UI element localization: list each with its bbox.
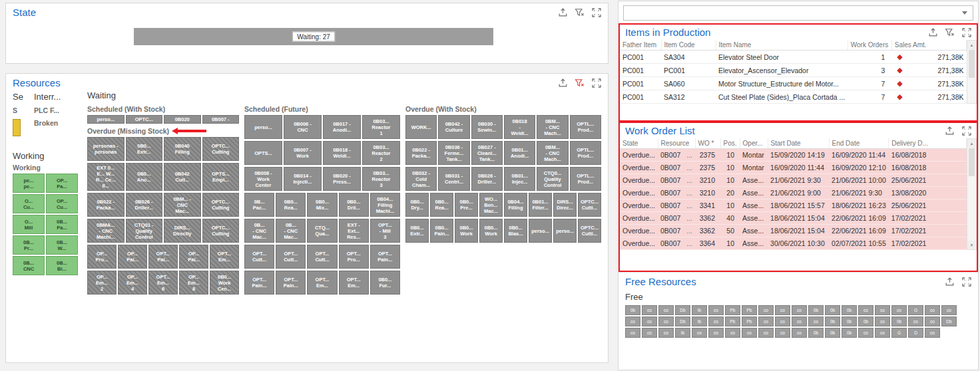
working-resource-tile[interactable]: OP...Cu...	[46, 194, 78, 213]
working-resource-tile[interactable]: 0B...Bl...	[46, 256, 78, 275]
waiting-resource-tile[interactable]: OPT...Em...	[210, 245, 239, 269]
free-resource-tile[interactable]: co	[708, 305, 724, 315]
waiting-resource-tile[interactable]: 0B0...Dry...	[405, 193, 429, 217]
waiting-resource-tile[interactable]: OPT...Pai...	[148, 245, 178, 269]
waiting-resource-tile[interactable]: 0B031 -Centri...	[438, 167, 469, 191]
waiting-resource-tile[interactable]: 0B...Pac...	[244, 193, 274, 217]
free-resource-tile[interactable]: co	[775, 316, 790, 326]
waiting-resource-tile[interactable]: CTQ01 -QualityControl	[126, 219, 163, 243]
waiting-resource-tile[interactable]: OPT...Pain...	[276, 271, 306, 295]
waiting-resource-tile[interactable]: OP...Pai...	[118, 245, 147, 269]
work-order-row[interactable]: Overdue...0B007...336410Asse...30/06/202…	[620, 237, 967, 250]
free-resource-tile[interactable]: co	[858, 305, 873, 315]
items-row[interactable]: PC001SA312Cut Steel Plate (Sides)_Placa …	[620, 90, 967, 104]
column-header-delivery-d[interactable]: Delivery D...	[889, 138, 967, 149]
waiting-resource-tile[interactable]: OPTL...Prod...	[570, 141, 601, 165]
free-resource-tile[interactable]: co	[642, 305, 657, 315]
export-icon[interactable]	[945, 277, 955, 287]
free-resource-tile[interactable]: co	[875, 316, 890, 326]
waiting-resource-tile[interactable]: 0B032 -ColdCham...	[405, 167, 437, 191]
free-resource-tile[interactable]: co	[692, 328, 707, 338]
free-resource-tile[interactable]: co	[625, 328, 640, 338]
waiting-resource-tile[interactable]: 0B0...Fur...	[370, 271, 400, 295]
state-waiting-bar[interactable]: Waiting: 27	[134, 28, 493, 45]
waiting-resource-tile[interactable]: OPT...- Mill3	[370, 219, 400, 243]
free-resource-tile[interactable]: Ib	[692, 305, 707, 315]
waiting-resource-tile[interactable]: personas -personas	[87, 137, 124, 161]
free-resource-tile[interactable]: Pb	[725, 316, 740, 326]
waiting-resource-tile[interactable]: 0B...- CNCMac...	[276, 219, 306, 243]
waiting-resource-tile[interactable]: 0BM...- CNCMach...	[537, 141, 568, 165]
free-resource-tile[interactable]: co	[792, 328, 807, 338]
column-header-oper[interactable]: Oper...	[740, 138, 768, 149]
free-resource-tile[interactable]: co	[758, 316, 774, 326]
free-resource-tile[interactable]: co	[925, 305, 940, 315]
expand-icon[interactable]	[961, 277, 971, 287]
waiting-resource-tile[interactable]: DIRS...Direc...	[553, 193, 577, 217]
free-resource-tile[interactable]: 0b	[858, 316, 873, 326]
work-order-row[interactable]: Overdue...0B007...237510Montar16/09/2020…	[620, 162, 967, 174]
items-row[interactable]: PC001PC001Elevator_Ascensor_Elevador3◆27…	[620, 64, 967, 77]
waiting-resource-tile[interactable]: perso...	[244, 115, 282, 139]
waiting-resource-tile[interactable]: EXT -Ext...Res...	[339, 219, 369, 243]
work-order-row[interactable]: Overdue...0B007...321020Asse...21/06/202…	[620, 187, 967, 199]
items-row[interactable]: PC001SA304Elevator Steel Door1◆271,38K	[620, 51, 967, 64]
waiting-resource-tile[interactable]: EXT 0...E... W...R... Ce...II...	[87, 163, 124, 191]
waiting-resource-tile[interactable]: OPTC...Cutti...	[578, 193, 601, 217]
free-resource-tile[interactable]: Db	[675, 316, 690, 326]
waiting-resource-tile[interactable]: 0B008 -WorkCenter	[244, 167, 282, 191]
free-resource-tile[interactable]: co	[891, 305, 907, 315]
free-resource-tile[interactable]: Db	[675, 305, 690, 315]
waiting-resource-tile[interactable]: OP...Pai...	[179, 245, 208, 269]
expand-icon[interactable]	[961, 126, 971, 136]
waiting-resource-tile[interactable]: CTQ0...QualityControl	[537, 167, 568, 191]
waiting-resource-tile[interactable]: CTQ...Qua...	[307, 219, 337, 243]
export-icon[interactable]	[945, 126, 955, 136]
waiting-resource-tile[interactable]: 0B0...Extr...	[126, 137, 163, 161]
waiting-resource-tile[interactable]: OPTC...Cutting	[202, 219, 240, 243]
waiting-resource-tile[interactable]: 0B...- CNCMac...	[244, 219, 274, 243]
waiting-resource-tile[interactable]: 0B020 -Press...	[323, 167, 361, 191]
expand-icon[interactable]	[591, 78, 601, 88]
clear-filter-icon[interactable]	[575, 78, 585, 88]
waiting-resource-tile[interactable]: 0B03...Reactor2	[362, 141, 400, 165]
working-resource-tile[interactable]: pe...pe...	[13, 174, 45, 193]
waiting-resource-tile[interactable]: 0B020	[164, 115, 201, 124]
filter-dropdown[interactable]	[623, 5, 973, 21]
free-resource-tile[interactable]: co	[742, 328, 757, 338]
waiting-resource-tile[interactable]: WORK...	[405, 115, 437, 139]
free-resource-tile[interactable]: Pb	[725, 305, 740, 315]
items-row[interactable]: PC001SA060Motor Structure_Estructure del…	[620, 77, 967, 90]
waiting-resource-tile[interactable]: OPT...Pain...	[244, 271, 274, 295]
waiting-resource-tile[interactable]: 0B007 -	[202, 115, 240, 124]
scroll-thumb[interactable]	[969, 50, 975, 78]
waiting-resource-tile[interactable]: perso...	[553, 219, 577, 243]
free-resource-tile[interactable]: co	[642, 328, 657, 338]
expand-icon[interactable]	[961, 28, 971, 37]
free-resource-tile[interactable]: G	[891, 328, 907, 338]
working-resource-tile[interactable]: OP...Pa...	[46, 174, 78, 193]
free-resource-tile[interactable]: G	[908, 305, 923, 315]
clear-filter-icon[interactable]	[945, 28, 955, 37]
waiting-resource-tile[interactable]: OPTC...Cutting	[202, 137, 240, 161]
waiting-resource-tile[interactable]: 0B0...Work	[479, 219, 503, 243]
waiting-resource-tile[interactable]: 0B040Filling	[164, 137, 201, 161]
setup-resource-tile[interactable]	[13, 119, 21, 136]
waiting-resource-tile[interactable]: 0B027 -Cleani...Tank...	[471, 141, 503, 165]
column-header-sales-amt[interactable]: Sales Amt.	[891, 40, 966, 51]
free-resource-tile[interactable]: co	[658, 305, 674, 315]
waiting-resource-tile[interactable]: 0B042Cult...	[164, 163, 201, 191]
items-scrollbar[interactable]: ▲	[967, 40, 977, 104]
waiting-resource-tile[interactable]: 0B03...Reactor1	[362, 115, 400, 139]
export-icon[interactable]	[928, 28, 938, 37]
free-resource-tile[interactable]: D	[908, 328, 923, 338]
free-resource-tile[interactable]: co	[708, 328, 724, 338]
working-resource-tile[interactable]: 0B...CNC	[13, 256, 45, 275]
scroll-down-button[interactable]: ▼	[967, 241, 976, 249]
waiting-resource-tile[interactable]: OPTC...	[126, 115, 163, 124]
waiting-resource-tile[interactable]: 0B026 -Driller...	[471, 167, 503, 191]
free-resource-tile[interactable]: co	[658, 328, 674, 338]
free-resource-tile[interactable]: co	[658, 316, 674, 326]
free-resource-tile[interactable]: Db	[941, 316, 957, 326]
waiting-resource-tile[interactable]: 0B026 -Driller...	[126, 193, 163, 217]
